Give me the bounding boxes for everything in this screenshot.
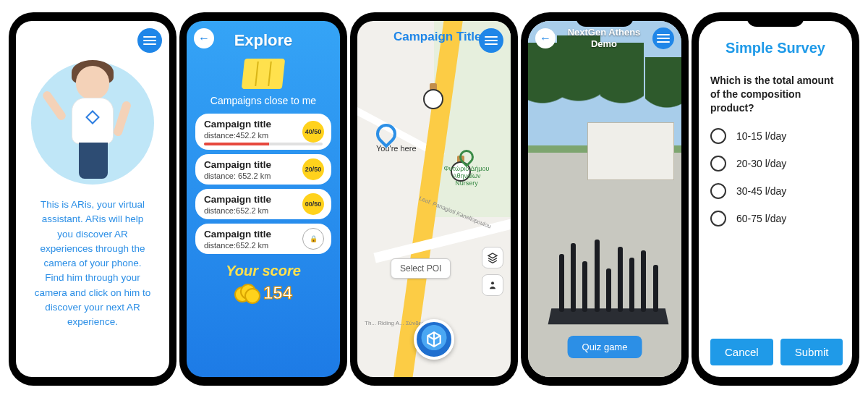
notch (576, 12, 634, 27)
campaign-badge: 00/50 (302, 193, 324, 215)
survey-options: 10-15 l/day 20-30 l/day 30-45 l/day 60-7… (710, 128, 841, 226)
score-label: Your score (226, 263, 301, 279)
intro-text: This is ARis, your virtual assistant. AR… (23, 185, 162, 329)
radio-icon[interactable] (710, 156, 726, 172)
radio-icon[interactable] (710, 211, 726, 226)
campaign-card[interactable]: Campaign title distance:452.2 km 40/50 (195, 114, 331, 150)
campaign-card[interactable]: Campaign title distance:652.2 km 🔒 (195, 224, 331, 254)
ar-launch-button[interactable] (414, 319, 454, 360)
intro-screen: This is ARis, your virtual assistant. AR… (16, 21, 169, 377)
radio-icon[interactable] (710, 183, 726, 199)
ar-title: NextGen AthensDemo (568, 27, 641, 49)
aris-avatar[interactable] (31, 62, 154, 185)
map-layers-button[interactable] (482, 247, 503, 268)
map-icon (242, 59, 285, 89)
survey-screen: Simple Survey Which is the total amount … (699, 21, 852, 377)
ar-pipes-model[interactable] (550, 232, 667, 326)
explore-screen: ← Explore Campaigns close to me Campaign… (187, 21, 340, 377)
notch (746, 12, 804, 27)
survey-title: Simple Survey (710, 40, 841, 56)
score-value: 154 (263, 283, 292, 303)
campaign-badge: 40/50 (302, 121, 324, 143)
select-poi-button[interactable]: Select POI (391, 258, 451, 279)
phone-3-frame: Campaign Title You're here Φυτώριο Δήμου… (350, 12, 518, 386)
option-label: 20-30 l/day (736, 158, 786, 169)
score-panel: Your score 154 (226, 263, 301, 304)
survey-option[interactable]: 10-15 l/day (710, 128, 841, 144)
lock-icon: 🔒 (302, 228, 324, 250)
quiz-game-button[interactable]: Quiz game (568, 336, 642, 358)
submit-button[interactable]: Submit (780, 339, 843, 365)
campaign-progress (204, 143, 323, 145)
svg-point-0 (491, 281, 494, 284)
survey-option[interactable]: 30-45 l/day (710, 183, 841, 199)
map-people-button[interactable] (482, 274, 503, 296)
ar-view-screen[interactable]: ← NextGen AthensDemo Quiz game (528, 21, 681, 377)
campaign-list: Campaign title distance:452.2 km 40/50 C… (195, 114, 331, 254)
coins-icon (234, 282, 260, 304)
option-label: 60-75 l/day (736, 213, 786, 224)
back-button[interactable]: ← (535, 28, 556, 48)
ar-building (587, 122, 674, 180)
menu-button[interactable] (652, 27, 674, 49)
back-button[interactable]: ← (194, 28, 214, 48)
map-poi-label[interactable]: Φυτώριο Δήμου Αθηναίων Nursery (441, 150, 492, 187)
option-label: 10-15 l/day (736, 130, 786, 142)
phone-5-frame: Simple Survey Which is the total amount … (692, 12, 859, 386)
explore-title: Explore (234, 31, 293, 50)
survey-option[interactable]: 20-30 l/day (710, 156, 841, 172)
survey-option[interactable]: 60-75 l/day (710, 211, 841, 226)
phone-4-frame: ← NextGen AthensDemo Quiz game (521, 12, 689, 386)
poi-marker[interactable] (422, 83, 444, 112)
current-location-label: You're here (376, 144, 417, 153)
menu-button[interactable] (479, 28, 503, 53)
survey-question: Which is the total amount of the composi… (710, 74, 841, 115)
menu-button[interactable] (137, 28, 162, 53)
campaign-card[interactable]: Campaign title distance:652.2 km 00/50 (195, 189, 331, 219)
map-screen[interactable]: Campaign Title You're here Φυτώριο Δήμου… (357, 21, 511, 377)
radio-icon[interactable] (710, 128, 726, 144)
option-label: 30-45 l/day (736, 185, 786, 197)
campaign-card[interactable]: Campaign title distance: 652.2 km 20/50 (195, 154, 331, 185)
campaign-title-header: Campaign Title (393, 30, 482, 44)
phone-1-frame: This is ARis, your virtual assistant. AR… (9, 12, 176, 386)
campaign-badge: 20/50 (302, 158, 324, 180)
cancel-button[interactable]: Cancel (710, 339, 773, 365)
campaigns-subhead: Campaigns close to me (210, 95, 316, 106)
phone-2-frame: ← Explore Campaigns close to me Campaign… (179, 12, 347, 386)
